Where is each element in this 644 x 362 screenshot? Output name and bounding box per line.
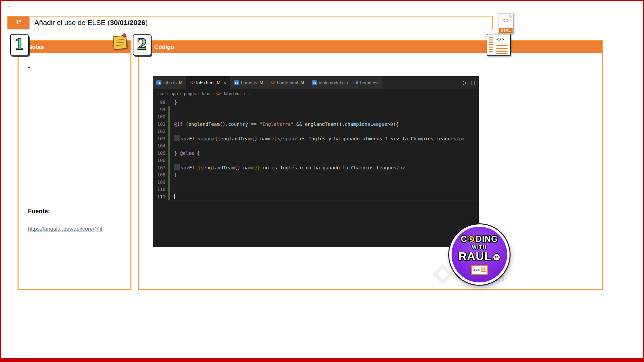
notes-panel-body: - Fuente: https://angular.dev/api/core/@… [19, 53, 130, 289]
breadcrumb-separator: › [212, 91, 214, 96]
tab-label: home.html [277, 80, 298, 85]
code-lines: 98}99100101@if (englandTeam().country ==… [153, 98, 479, 200]
code-text: @if (englandTeam().country == "Inglaterr… [170, 121, 399, 128]
title-text: Añadir el uso de ELSE ( [34, 19, 110, 26]
doc-ruler-lines [489, 37, 493, 53]
code-text: } @else { [170, 150, 200, 157]
code-line-108[interactable]: 108} [153, 171, 479, 179]
tab-label: labs.ts [163, 80, 177, 85]
ts-file-icon: TS [234, 80, 239, 85]
code-line-102[interactable]: 102 [153, 128, 479, 135]
line-number: 110 [153, 186, 168, 193]
breadcrumb-item[interactable]: ... [248, 91, 251, 96]
line-number: 99 [153, 106, 168, 114]
breadcrumb-item[interactable]: pages [184, 91, 196, 96]
editor-tab-home.ts[interactable]: TShome.tsM [230, 76, 267, 89]
code-text [170, 142, 174, 150]
breadcrumb-item[interactable]: <>labs.html [216, 91, 242, 96]
breadcrumb-separator: › [166, 91, 168, 96]
title-bar: 1° Añadir el uso de ELSE (30/01/2026) [7, 16, 493, 29]
list-lines-icon [481, 268, 486, 272]
sticky-note-icon [113, 33, 128, 51]
source-label: Fuente: [28, 208, 50, 215]
editor-tab-home.css[interactable]: #home.css [352, 76, 383, 89]
vscode-editor: TSlabs.tsM<>labs.htmlM×TShome.tsM<>home.… [153, 76, 479, 247]
code-line-105[interactable]: 105} @else { [153, 150, 479, 157]
tab-label: labs.html [196, 80, 214, 85]
browser-code-icon: </> [471, 265, 488, 275]
editor-tab-labs.ts[interactable]: TSlabs.tsM [153, 76, 186, 89]
code-line-98[interactable]: 98} [153, 99, 479, 106]
editor-tab-home.html[interactable]: <>home.htmlM [267, 76, 308, 89]
code-text [170, 157, 174, 164]
notes-dash: - [28, 63, 30, 72]
doc-list-lines [496, 45, 508, 54]
breadcrumb-separator: › [244, 91, 245, 96]
line-number: 106 [153, 157, 168, 164]
html-file-icon: <> [271, 80, 275, 85]
modified-badge: M [179, 80, 182, 85]
css-file-icon: # [356, 80, 358, 85]
breadcrumb-separator: › [180, 91, 181, 96]
editor-tab-labs.html[interactable]: <>labs.htmlM× [186, 76, 230, 89]
line-number: 101 [153, 121, 168, 128]
line-number: 105 [153, 150, 168, 157]
logo-line-raul: RAUL SR [458, 250, 500, 263]
editor-tab-task.models.ts[interactable]: TStask.models.ts [308, 76, 351, 89]
tab-label: home.css [360, 80, 380, 85]
modified-badge: M [217, 80, 220, 85]
logo-line-with: WITH [472, 244, 487, 250]
title-date: 30/01/2026 [110, 19, 145, 26]
code-line-100[interactable]: 100 [153, 113, 479, 121]
code-line-111[interactable]: 111 [153, 193, 479, 201]
coding-with-raul-logo: C▶DING WITH RAUL SR </> [449, 224, 510, 285]
code-line-103[interactable]: 103<p>El <span>{{englandTeam().name}}</s… [153, 135, 479, 143]
run-button[interactable]: ▷ [463, 80, 467, 86]
editor-actions: ▷ ◫ [459, 76, 479, 89]
line-number: 108 [153, 171, 168, 179]
code-line-109[interactable]: 109 [153, 179, 479, 186]
editor-tabs: TSlabs.tsM<>labs.htmlM×TShome.tsM<>home.… [153, 76, 384, 89]
line-number: 103 [153, 135, 168, 143]
notes-panel: Notas - Fuente: https://angular.dev/api/… [18, 40, 131, 290]
code-line-107[interactable]: 107<p>El {{englandTeam().name}} no es In… [153, 164, 479, 172]
code-line-101[interactable]: 101@if (englandTeam().country == "Inglat… [153, 121, 479, 128]
top-dash: - [8, 3, 11, 10]
html-file-icon: <> [190, 80, 194, 85]
html5-page-icon: < > HTML [498, 13, 514, 34]
code-line-99[interactable]: 99 [153, 106, 479, 114]
text-cursor [174, 194, 175, 199]
line-number: 111 [153, 193, 168, 201]
ts-file-icon: TS [312, 80, 317, 85]
pin-icon [122, 33, 126, 37]
breadcrumb-item[interactable]: labs [202, 91, 210, 96]
code-line-104[interactable]: 104 [153, 142, 479, 150]
modified-badge: M [301, 80, 304, 85]
notes-panel-title: Notas [28, 44, 44, 51]
code-text [170, 106, 174, 114]
platzi-diamond-icon [432, 264, 453, 285]
close-tab-icon[interactable]: × [223, 80, 226, 85]
breadcrumb-item[interactable]: app [171, 91, 178, 96]
html-label: HTML [499, 28, 513, 33]
tab-label: task.models.ts [319, 80, 348, 85]
code-line-106[interactable]: 106 [153, 157, 479, 164]
code-text [170, 113, 174, 121]
line-number: 107 [153, 164, 168, 172]
editor-tab-bar: TSlabs.tsM<>labs.htmlM×TShome.tsM<>home.… [153, 76, 479, 89]
breadcrumb-item[interactable]: src [158, 91, 164, 96]
source-link[interactable]: https://angular.dev/api/core/@if [28, 226, 102, 232]
code-panel-title: Código [154, 44, 174, 51]
code-text: } [170, 171, 177, 179]
section-number-2: 2 [133, 34, 151, 55]
tab-label: home.ts [241, 80, 257, 85]
code-panel-header: Código [139, 41, 602, 53]
code-glyph-icon: </> [496, 37, 504, 42]
code-text: <p>El {{englandTeam().name}} no es Inglé… [170, 164, 405, 172]
modified-badge: M [259, 80, 263, 85]
split-editor-button[interactable]: ◫ [471, 80, 476, 86]
code-line-110[interactable]: 110 [153, 186, 479, 193]
code-text [170, 186, 174, 193]
order-badge: 1° [8, 17, 29, 29]
code-text [170, 128, 174, 135]
